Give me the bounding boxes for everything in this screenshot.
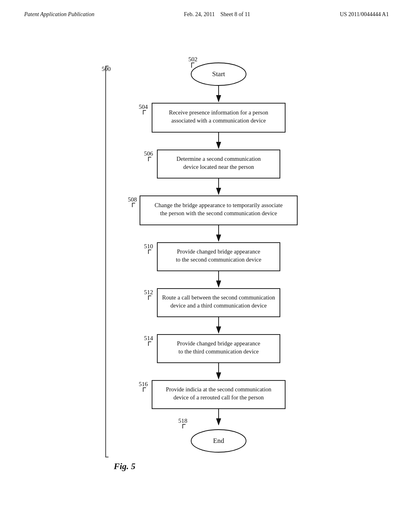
label-512: 512 — [144, 289, 153, 295]
step7-line1: Provide indicia at the second communicat… — [166, 386, 271, 393]
step6-line1: Provide changed bridge appearance — [177, 340, 261, 347]
label-514: 514 — [144, 335, 153, 341]
step7-line2: device of a rerouted call for the person — [173, 394, 264, 401]
step5-line1: Route a call between the second communic… — [162, 294, 275, 301]
label-500: 500 — [102, 66, 111, 72]
label-506: 506 — [144, 150, 153, 157]
bracket-512 — [148, 296, 151, 300]
flowchart-svg: 500 502 Start 504 Receive presence infor… — [65, 34, 348, 477]
bracket-500 — [106, 66, 108, 457]
bracket-514 — [148, 342, 151, 346]
bracket-516 — [143, 388, 146, 392]
bracket-504 — [143, 110, 146, 114]
header-right: US 2011/0044444 A1 — [340, 11, 389, 18]
label-510: 510 — [144, 243, 153, 249]
bracket-502 — [192, 63, 194, 68]
end-label: End — [213, 437, 224, 445]
header-left: Patent Application Publication — [24, 11, 94, 18]
header-center: Feb. 24, 2011 Sheet 8 of 11 — [184, 11, 250, 18]
step6-line2: to the third communication device — [179, 348, 259, 355]
step2-line2: device located near the person — [183, 164, 254, 170]
step1-line2: associated with a communication device — [171, 117, 266, 124]
label-508: 508 — [128, 196, 137, 203]
pub-date: Feb. 24, 2011 — [184, 11, 215, 17]
sheet-info: Sheet 8 of 11 — [221, 11, 250, 17]
flowchart-area: 500 502 Start 504 Receive presence infor… — [0, 22, 413, 493]
label-504: 504 — [139, 104, 148, 110]
bracket-508 — [132, 203, 135, 207]
step2-line1: Determine a second communication — [177, 156, 261, 162]
label-516: 516 — [139, 381, 148, 387]
bracket-510 — [148, 250, 151, 254]
bracket-506 — [148, 157, 151, 161]
step5-line2: device and a third communication device — [171, 302, 267, 309]
label-518: 518 — [178, 418, 188, 424]
step4-line2: to the second communication device — [176, 256, 261, 263]
header: Patent Application Publication Feb. 24, … — [0, 0, 413, 22]
fig-label: Fig. 5 — [113, 461, 136, 471]
start-label: Start — [212, 70, 225, 78]
label-502: 502 — [188, 56, 198, 62]
step1-line1: Receive presence information for a perso… — [169, 109, 269, 116]
step3-line2: the person with the second communication… — [160, 210, 277, 216]
step4-line1: Provide changed bridge appearance — [177, 248, 261, 255]
page: Patent Application Publication Feb. 24, … — [0, 0, 413, 532]
bracket-518 — [183, 424, 186, 428]
step3-line1: Change the bridge appearance to temporar… — [154, 202, 282, 208]
